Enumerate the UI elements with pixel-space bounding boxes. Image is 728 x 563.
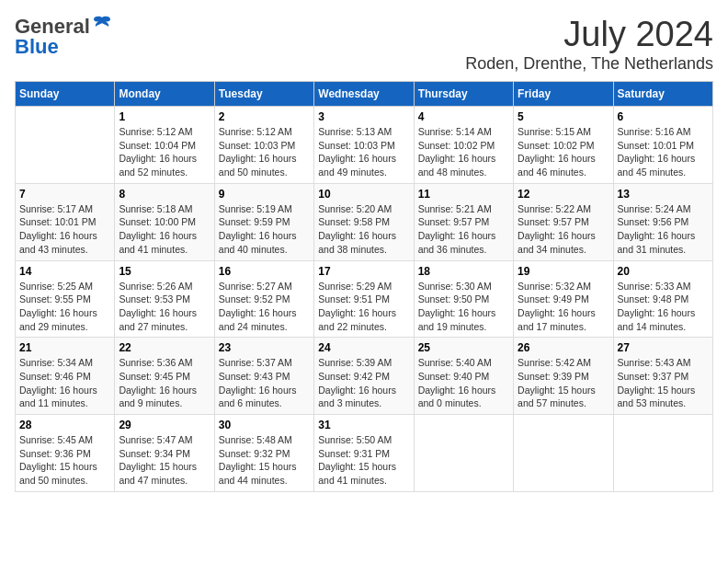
month-year-title: July 2024 <box>465 15 713 54</box>
day-info: Sunrise: 5:17 AM Sunset: 10:01 PM Daylig… <box>19 202 110 257</box>
day-number: 24 <box>318 341 409 354</box>
calendar-week-row: 21Sunrise: 5:34 AM Sunset: 9:46 PM Dayli… <box>16 338 713 415</box>
day-number: 29 <box>119 419 210 431</box>
table-row: 16Sunrise: 5:27 AM Sunset: 9:52 PM Dayli… <box>214 260 313 338</box>
table-row: 20Sunrise: 5:33 AM Sunset: 9:48 PM Dayli… <box>613 260 712 338</box>
day-info: Sunrise: 5:13 AM Sunset: 10:03 PM Daylig… <box>318 125 409 179</box>
day-info: Sunrise: 5:43 AM Sunset: 9:37 PM Dayligh… <box>618 356 709 410</box>
col-friday: Friday <box>514 82 613 107</box>
day-info: Sunrise: 5:12 AM Sunset: 10:03 PM Daylig… <box>219 125 310 179</box>
day-info: Sunrise: 5:25 AM Sunset: 9:55 PM Dayligh… <box>19 280 110 334</box>
table-row: 7Sunrise: 5:17 AM Sunset: 10:01 PM Dayli… <box>16 183 115 260</box>
table-row: 19Sunrise: 5:32 AM Sunset: 9:49 PM Dayli… <box>514 260 613 338</box>
calendar-week-row: 1Sunrise: 5:12 AM Sunset: 10:04 PM Dayli… <box>16 107 713 184</box>
table-row: 3Sunrise: 5:13 AM Sunset: 10:03 PM Dayli… <box>314 107 414 184</box>
day-info: Sunrise: 5:39 AM Sunset: 9:42 PM Dayligh… <box>318 356 409 410</box>
calendar-week-row: 14Sunrise: 5:25 AM Sunset: 9:55 PM Dayli… <box>16 260 713 338</box>
day-info: Sunrise: 5:24 AM Sunset: 9:56 PM Dayligh… <box>618 202 709 257</box>
logo: General Blue <box>15 15 112 59</box>
day-info: Sunrise: 5:42 AM Sunset: 9:39 PM Dayligh… <box>518 356 609 410</box>
day-number: 9 <box>219 188 310 201</box>
table-row <box>514 415 613 492</box>
table-row: 28Sunrise: 5:45 AM Sunset: 9:36 PM Dayli… <box>16 415 115 492</box>
day-number: 22 <box>119 341 210 354</box>
day-number: 5 <box>518 110 609 123</box>
calendar-week-row: 28Sunrise: 5:45 AM Sunset: 9:36 PM Dayli… <box>16 415 713 492</box>
day-info: Sunrise: 5:26 AM Sunset: 9:53 PM Dayligh… <box>119 280 210 334</box>
col-tuesday: Tuesday <box>214 82 313 107</box>
table-row: 21Sunrise: 5:34 AM Sunset: 9:46 PM Dayli… <box>16 338 115 415</box>
day-number: 31 <box>318 419 409 431</box>
day-number: 17 <box>318 265 409 278</box>
table-row <box>613 415 712 492</box>
day-info: Sunrise: 5:36 AM Sunset: 9:45 PM Dayligh… <box>119 356 210 410</box>
day-number: 11 <box>418 188 509 201</box>
logo-bird-icon <box>92 16 112 34</box>
table-row: 24Sunrise: 5:39 AM Sunset: 9:42 PM Dayli… <box>314 338 414 415</box>
day-info: Sunrise: 5:34 AM Sunset: 9:46 PM Dayligh… <box>19 356 110 410</box>
day-number: 6 <box>618 110 709 123</box>
location-text: Roden, Drenthe, The Netherlands <box>465 54 713 74</box>
table-row: 31Sunrise: 5:50 AM Sunset: 9:31 PM Dayli… <box>314 415 414 492</box>
day-info: Sunrise: 5:45 AM Sunset: 9:36 PM Dayligh… <box>19 433 110 488</box>
day-number: 4 <box>418 110 509 123</box>
table-row: 4Sunrise: 5:14 AM Sunset: 10:02 PM Dayli… <box>414 107 513 184</box>
day-info: Sunrise: 5:21 AM Sunset: 9:57 PM Dayligh… <box>418 202 509 257</box>
table-row: 10Sunrise: 5:20 AM Sunset: 9:58 PM Dayli… <box>314 183 414 260</box>
day-number: 16 <box>219 265 310 278</box>
table-row: 29Sunrise: 5:47 AM Sunset: 9:34 PM Dayli… <box>115 415 214 492</box>
day-number: 19 <box>518 265 609 278</box>
table-row: 27Sunrise: 5:43 AM Sunset: 9:37 PM Dayli… <box>613 338 712 415</box>
logo-blue-text: Blue <box>15 35 59 59</box>
table-row: 11Sunrise: 5:21 AM Sunset: 9:57 PM Dayli… <box>414 183 513 260</box>
day-number: 15 <box>119 265 210 278</box>
day-number: 3 <box>318 110 409 123</box>
day-info: Sunrise: 5:12 AM Sunset: 10:04 PM Daylig… <box>119 125 210 179</box>
day-info: Sunrise: 5:33 AM Sunset: 9:48 PM Dayligh… <box>618 280 709 334</box>
day-info: Sunrise: 5:15 AM Sunset: 10:02 PM Daylig… <box>518 125 609 179</box>
table-row: 15Sunrise: 5:26 AM Sunset: 9:53 PM Dayli… <box>115 260 214 338</box>
day-number: 14 <box>19 265 110 278</box>
table-row <box>414 415 513 492</box>
table-row: 12Sunrise: 5:22 AM Sunset: 9:57 PM Dayli… <box>514 183 613 260</box>
day-number: 27 <box>618 341 709 354</box>
table-row: 13Sunrise: 5:24 AM Sunset: 9:56 PM Dayli… <box>613 183 712 260</box>
day-number: 13 <box>618 188 709 201</box>
table-row: 25Sunrise: 5:40 AM Sunset: 9:40 PM Dayli… <box>414 338 513 415</box>
table-row: 14Sunrise: 5:25 AM Sunset: 9:55 PM Dayli… <box>16 260 115 338</box>
day-number: 12 <box>518 188 609 201</box>
day-info: Sunrise: 5:27 AM Sunset: 9:52 PM Dayligh… <box>219 280 310 334</box>
day-number: 21 <box>19 341 110 354</box>
day-number: 30 <box>219 419 310 431</box>
day-number: 26 <box>518 341 609 354</box>
day-number: 25 <box>418 341 509 354</box>
day-info: Sunrise: 5:40 AM Sunset: 9:40 PM Dayligh… <box>418 356 509 410</box>
day-info: Sunrise: 5:14 AM Sunset: 10:02 PM Daylig… <box>418 125 509 179</box>
table-row: 6Sunrise: 5:16 AM Sunset: 10:01 PM Dayli… <box>613 107 712 184</box>
col-saturday: Saturday <box>613 82 712 107</box>
day-info: Sunrise: 5:48 AM Sunset: 9:32 PM Dayligh… <box>219 433 310 488</box>
table-row: 18Sunrise: 5:30 AM Sunset: 9:50 PM Dayli… <box>414 260 513 338</box>
table-row: 26Sunrise: 5:42 AM Sunset: 9:39 PM Dayli… <box>514 338 613 415</box>
day-info: Sunrise: 5:50 AM Sunset: 9:31 PM Dayligh… <box>318 433 409 488</box>
col-sunday: Sunday <box>16 82 115 107</box>
day-number: 2 <box>219 110 310 123</box>
day-number: 10 <box>318 188 409 201</box>
table-row: 8Sunrise: 5:18 AM Sunset: 10:00 PM Dayli… <box>115 183 214 260</box>
day-info: Sunrise: 5:30 AM Sunset: 9:50 PM Dayligh… <box>418 280 509 334</box>
day-number: 7 <box>19 188 110 201</box>
table-row: 1Sunrise: 5:12 AM Sunset: 10:04 PM Dayli… <box>115 107 214 184</box>
table-row: 23Sunrise: 5:37 AM Sunset: 9:43 PM Dayli… <box>214 338 313 415</box>
table-row: 9Sunrise: 5:19 AM Sunset: 9:59 PM Daylig… <box>214 183 313 260</box>
calendar-header-row: Sunday Monday Tuesday Wednesday Thursday… <box>16 82 713 107</box>
table-row: 22Sunrise: 5:36 AM Sunset: 9:45 PM Dayli… <box>115 338 214 415</box>
day-info: Sunrise: 5:19 AM Sunset: 9:59 PM Dayligh… <box>219 202 310 257</box>
col-wednesday: Wednesday <box>314 82 414 107</box>
day-info: Sunrise: 5:32 AM Sunset: 9:49 PM Dayligh… <box>518 280 609 334</box>
day-number: 18 <box>418 265 509 278</box>
day-info: Sunrise: 5:18 AM Sunset: 10:00 PM Daylig… <box>119 202 210 257</box>
calendar-table: Sunday Monday Tuesday Wednesday Thursday… <box>15 81 713 492</box>
day-number: 28 <box>19 419 110 431</box>
day-info: Sunrise: 5:47 AM Sunset: 9:34 PM Dayligh… <box>119 433 210 488</box>
day-info: Sunrise: 5:16 AM Sunset: 10:01 PM Daylig… <box>618 125 709 179</box>
